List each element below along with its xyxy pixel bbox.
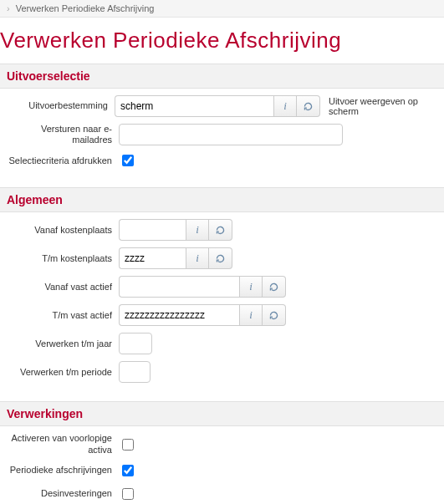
row-periodieke: Periodieke afschrijvingen (7, 462, 437, 479)
refresh-icon[interactable] (297, 95, 320, 117)
tm-kostenplaats-input[interactable] (119, 247, 186, 269)
info-icon[interactable]: i (239, 276, 263, 298)
uitvoer-side-text: Uitvoer weergeven op scherm (329, 96, 437, 116)
label-jaar: Verwerken t/m jaar (7, 339, 119, 349)
section-header-verwerkingen: Verwerkingen (0, 401, 444, 426)
label-selectiecriteria: Selectiecriteria afdrukken (7, 155, 119, 166)
uitvoerbestemming-input[interactable] (115, 95, 273, 117)
row-desinvesteringen: Desinvesteringen (7, 486, 437, 502)
selectiecriteria-checkbox[interactable] (122, 155, 134, 166)
tm-vast-actief-input[interactable] (119, 304, 239, 326)
refresh-icon[interactable] (209, 219, 232, 241)
label-tm-vast-actief: T/m vast actief (7, 310, 119, 321)
info-icon[interactable]: i (273, 95, 297, 117)
row-selectiecriteria: Selectiecriteria afdrukken (7, 152, 437, 169)
row-uitvoerbestemming: Uitvoerbestemming i Uitvoer weergeven op… (7, 95, 437, 117)
desinvesteringen-checkbox[interactable] (122, 488, 134, 500)
row-vanaf-vast-actief: Vanaf vast actief i (7, 276, 437, 298)
page-title: Verwerken Periodieke Afschrijving (0, 28, 444, 53)
row-jaar: Verwerken t/m jaar (7, 333, 437, 354)
refresh-icon[interactable] (263, 276, 286, 298)
info-icon[interactable]: i (186, 247, 209, 269)
label-periode: Verwerken t/m periode (7, 367, 119, 378)
vanaf-vast-actief-input[interactable] (119, 276, 239, 298)
section-header-algemeen: Algemeen (0, 187, 444, 212)
periodieke-checkbox[interactable] (122, 465, 134, 476)
row-periode: Verwerken t/m periode (7, 361, 437, 383)
row-email: Versturen naar e-mailadres (7, 124, 437, 145)
row-tm-kostenplaats: T/m kostenplaats i (7, 247, 437, 269)
breadcrumb-title: Verwerken Periodieke Afschrijving (16, 3, 155, 13)
vanaf-kostenplaats-input[interactable] (119, 219, 186, 241)
email-input[interactable] (119, 124, 343, 145)
info-icon[interactable]: i (239, 304, 263, 326)
label-vanaf-kostenplaats: Vanaf kostenplaats (7, 225, 119, 236)
section-body-verwerkingen: Activeren van voorlopige activa Periodie… (0, 426, 444, 504)
row-tm-vast-actief: T/m vast actief i (7, 304, 437, 326)
breadcrumb-sep: › (7, 3, 10, 13)
info-icon[interactable]: i (186, 219, 209, 241)
label-activeren: Activeren van voorlopige activa (7, 433, 119, 455)
label-vanaf-vast-actief: Vanaf vast actief (7, 282, 119, 293)
breadcrumb: › Verwerken Periodieke Afschrijving (0, 0, 444, 18)
label-periodieke: Periodieke afschrijvingen (7, 465, 119, 476)
section-body-uitvoer: Uitvoerbestemming i Uitvoer weergeven op… (0, 89, 444, 187)
input-group-uitvoerbestemming: i (115, 95, 320, 117)
label-email: Versturen naar e-mailadres (7, 124, 119, 145)
label-tm-kostenplaats: T/m kostenplaats (7, 253, 119, 264)
refresh-icon[interactable] (209, 247, 232, 269)
label-uitvoerbestemming: Uitvoerbestemming (7, 100, 115, 111)
section-header-uitvoer: Uitvoerselectie (0, 64, 444, 89)
row-vanaf-kostenplaats: Vanaf kostenplaats i (7, 219, 437, 241)
refresh-icon[interactable] (263, 304, 286, 326)
label-desinvesteringen: Desinvesteringen (7, 488, 119, 499)
jaar-input[interactable] (119, 333, 152, 354)
section-body-algemeen: Vanaf kostenplaats i T/m kostenplaats i (0, 212, 444, 401)
periode-input[interactable] (119, 361, 151, 383)
row-activeren: Activeren van voorlopige activa (7, 433, 437, 455)
activeren-checkbox[interactable] (122, 439, 134, 451)
